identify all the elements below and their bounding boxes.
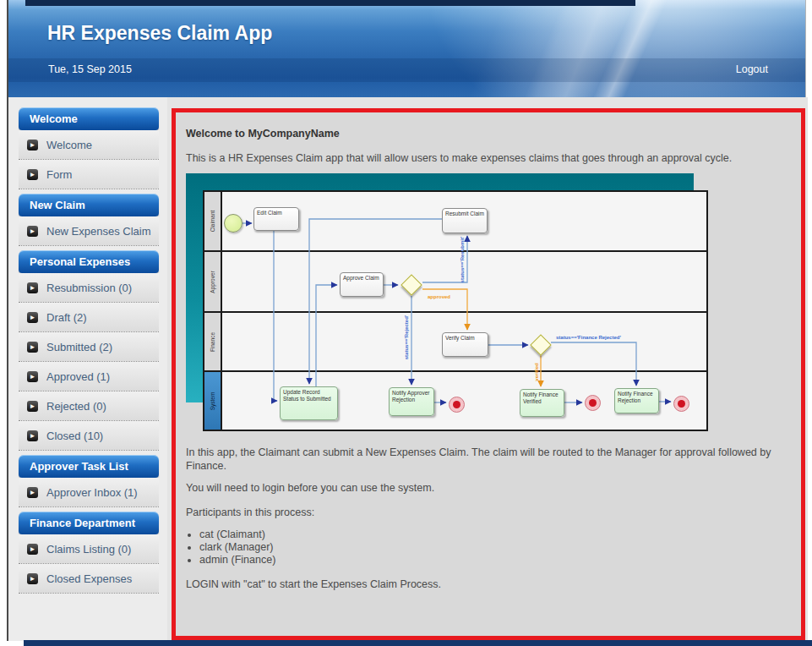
arrow-right-icon: ► (27, 371, 38, 382)
arrow-right-icon: ► (27, 169, 38, 180)
intro-paragraph: This is a HR Expenses Claim app that wil… (186, 151, 777, 165)
sidebar-item-welcome[interactable]: ► Welcome (19, 130, 159, 160)
sidebar-item-rejected[interactable]: ► Rejected (0) (19, 391, 159, 421)
sidebar-item-closed-expenses[interactable]: ► Closed Expenses (19, 564, 159, 594)
sidebar-section-finance-department: Finance Department (19, 512, 159, 534)
header-date: Tue, 15 Sep 2015 (48, 63, 132, 75)
sidebar-item-resubmission[interactable]: ► Resubmission (0) (19, 273, 159, 303)
page-title: HR Expenses Claim App (47, 22, 272, 45)
welcome-heading: Welcome to MyCompanyName (186, 128, 789, 140)
arrow-right-icon: ► (27, 342, 38, 353)
app-frame: HR Expenses Claim App Tue, 15 Sep 2015 L… (7, 0, 806, 641)
process-diagram: Claimant Approver Finance System (186, 173, 710, 437)
sidebar-section-welcome: Welcome (19, 107, 159, 130)
arrow-right-icon: ► (27, 544, 38, 555)
sidebar-item-label: New Expenses Claim (46, 225, 151, 238)
bpmn-end-event (673, 396, 689, 412)
sidebar-item-form[interactable]: ► Form (19, 160, 159, 189)
bpmn-task-approve-claim: Approve Claim (340, 272, 384, 297)
participant-item: cat (Claimant) (199, 528, 789, 541)
bpmn-task-edit-claim: Edit Claim (253, 207, 299, 231)
sidebar-item-label: Closed (10) (46, 430, 103, 442)
sidebar-item-closed[interactable]: ► Closed (10) (19, 421, 159, 451)
bpmn-start-event (224, 214, 243, 233)
bpmn-task-resubmit-claim: Resubmit Claim (442, 208, 488, 233)
arrow-right-icon: ► (27, 312, 38, 323)
sidebar-item-label: Closed Expenses (46, 572, 132, 585)
sidebar-section-new-claim: New Claim (19, 194, 159, 216)
arrow-right-icon: ► (27, 487, 38, 498)
bpmn-task-update-record-status: Update Record Status to Submitted (280, 386, 338, 420)
sidebar-section-personal-expenses: Personal Expenses (19, 250, 159, 273)
flow-label-finance-rejected: status=='Finance Rejected' (556, 335, 621, 340)
arrow-right-icon: ► (27, 140, 38, 151)
sidebar-item-label: Welcome (46, 139, 92, 151)
sidebar-item-label: Form (46, 168, 72, 181)
flow-label-approved: approved (428, 294, 450, 299)
sidebar-item-label: Resubmission (0) (46, 282, 132, 294)
bpmn-end-event (585, 395, 601, 411)
participant-item: admin (Finance) (199, 554, 789, 567)
bpmn-end-event (449, 397, 465, 413)
footer-bar (24, 640, 812, 646)
sidebar-item-label: Approver Inbox (1) (46, 486, 138, 499)
sidebar-item-approved[interactable]: ► Approved (1) (19, 362, 159, 391)
bpmn-pool: Claimant Approver Finance System (203, 190, 708, 431)
sidebar-item-label: Claims Listing (0) (46, 543, 131, 556)
red-highlight-border: Welcome to MyCompanyName This is a HR Ex… (172, 108, 805, 640)
main-content: Welcome to MyCompanyName This is a HR Ex… (167, 97, 808, 641)
participants-list: cat (Claimant) clark (Manager) admin (Fi… (188, 528, 789, 567)
bpmn-task-notify-approver-rejection: Notify Approver Rejection (389, 387, 434, 416)
bpmn-task-notify-finance-verified: Notify Finance Verified (520, 389, 564, 417)
login-paragraph: You will need to login before you can us… (186, 481, 777, 495)
sidebar-item-submitted[interactable]: ► Submitted (2) (19, 332, 159, 362)
sidebar-item-claims-listing[interactable]: ► Claims Listing (0) (19, 534, 159, 564)
hr-expenses-claim-app-page: HR Expenses Claim App Tue, 15 Sep 2015 L… (0, 0, 812, 646)
arrow-right-icon: ► (27, 282, 38, 293)
sidebar-item-approver-inbox[interactable]: ► Approver Inbox (1) (19, 478, 159, 507)
arrow-right-icon: ► (27, 401, 38, 412)
start-instruction-paragraph: LOGIN with "cat" to start the Expenses C… (186, 578, 777, 591)
sidebar-section-approver-task-list: Approver Task List (19, 455, 159, 478)
sidebar-item-new-expenses-claim[interactable]: ► New Expenses Claim (19, 216, 159, 246)
bpmn-task-notify-finance-rejection: Notify Finance Rejection (614, 388, 659, 413)
welcome-page-content: Welcome to MyCompanyName This is a HR Ex… (176, 112, 801, 636)
sidebar-item-label: Draft (2) (46, 311, 87, 324)
flow-label-resubmit: status=='Resubmit' (460, 236, 465, 282)
arrow-right-icon: ► (27, 226, 38, 237)
sidebar-item-label: Approved (1) (46, 370, 110, 383)
sidebar-item-draft[interactable]: ► Draft (2) (19, 303, 159, 332)
sidebar-item-label: Submitted (2) (46, 341, 112, 353)
logout-link[interactable]: Logout (736, 63, 768, 75)
arrow-right-icon: ► (27, 573, 38, 584)
header-top-strip (25, 0, 635, 6)
participants-paragraph: Participants in this process: (186, 506, 777, 519)
sidebar-menu: Welcome ► Welcome ► Form New Claim ► New… (8, 97, 167, 641)
flow-label-rejected: status=='Rejected' (404, 315, 409, 359)
flow-label-verified: verified (534, 363, 539, 381)
sidebar-item-label: Rejected (0) (46, 400, 106, 413)
bpmn-task-verify-claim: Verify Claim (442, 332, 488, 357)
routing-paragraph: In this app, the Claimant can submit a N… (186, 446, 777, 473)
app-header: HR Expenses Claim App Tue, 15 Sep 2015 L… (8, 0, 805, 97)
participant-item: clark (Manager) (199, 541, 789, 554)
arrow-right-icon: ► (27, 430, 38, 441)
